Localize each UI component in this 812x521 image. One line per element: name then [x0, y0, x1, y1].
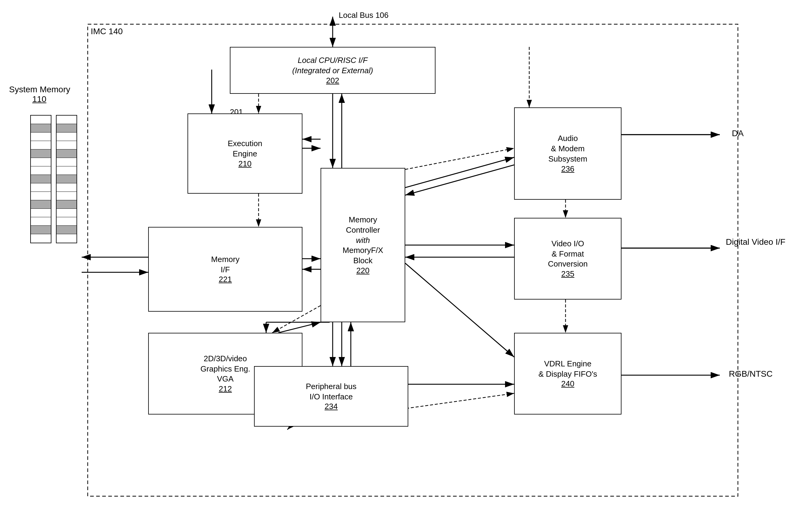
memory-controller-block: MemoryControllerwithMemoryF/XBlock 220: [321, 168, 405, 322]
svg-line-20: [405, 148, 514, 169]
video-io-num: 235: [561, 269, 574, 279]
execution-engine-block: ExecutionEngine 210: [187, 113, 302, 194]
memory-if-title: MemoryI/F: [211, 254, 239, 275]
da-label: DA: [732, 129, 744, 138]
audio-modem-title: Audio& ModemSubsystem: [548, 133, 587, 164]
imc-label: IMC 140: [91, 27, 123, 36]
video-io-title: Video I/O& FormatConversion: [548, 239, 588, 269]
local-bus-label: Local Bus 106: [339, 10, 389, 20]
audio-modem-block: Audio& ModemSubsystem 236: [514, 107, 622, 200]
system-memory-visual: [30, 115, 77, 243]
execution-engine-title: ExecutionEngine: [228, 139, 262, 159]
svg-line-32: [405, 263, 514, 357]
svg-line-19: [278, 322, 321, 333]
rgb-ntsc-label: RGB/NTSC: [729, 369, 773, 379]
local-cpu-subtitle: (Integrated or External): [292, 66, 373, 76]
vdrl-engine-block: VDRL Engine& Display FIFO's 240: [514, 333, 622, 414]
vdrl-engine-num: 240: [561, 379, 574, 388]
local-cpu-title: Local CPU/RISC I/F: [298, 55, 367, 66]
diagram: IMC 140 Local Bus 106 Local CPU/RISC I/F…: [0, 0, 812, 521]
graphics-num: 212: [219, 384, 232, 393]
svg-line-22: [405, 165, 514, 195]
peripheral-bus-title: Peripheral busI/O Interface: [306, 382, 356, 402]
execution-engine-num: 210: [238, 159, 251, 168]
local-cpu-num: 202: [326, 76, 339, 85]
vdrl-engine-title: VDRL Engine& Display FIFO's: [538, 359, 597, 379]
system-memory-label: System Memory 110: [9, 85, 70, 104]
graphics-title: 2D/3D/videoGraphics Eng.VGA: [201, 354, 250, 384]
memory-if-num: 221: [219, 275, 232, 284]
video-io-block: Video I/O& FormatConversion 235: [514, 218, 622, 299]
local-cpu-block: Local CPU/RISC I/F (Integrated or Extern…: [230, 47, 436, 94]
audio-modem-num: 236: [561, 164, 574, 174]
digital-video-label: Digital Video I/F: [726, 236, 785, 248]
memory-controller-num: 220: [356, 266, 369, 275]
peripheral-bus-block: Peripheral busI/O Interface 234: [254, 366, 408, 427]
memory-controller-title: MemoryControllerwithMemoryF/XBlock: [343, 215, 383, 266]
svg-line-21: [405, 157, 514, 187]
memory-if-block: MemoryI/F 221: [148, 227, 302, 312]
peripheral-bus-num: 234: [325, 402, 338, 411]
